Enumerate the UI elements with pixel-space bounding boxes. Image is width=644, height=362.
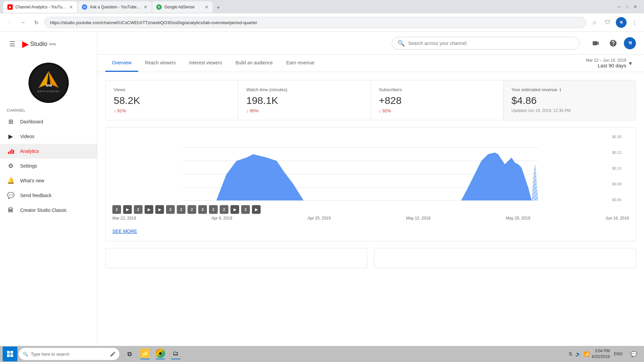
- taskbar-file-explorer[interactable]: 📁: [138, 347, 152, 361]
- taskbar-microphone-icon[interactable]: 🎤: [110, 352, 115, 357]
- video-marker-play-3[interactable]: ▶: [155, 205, 164, 214]
- video-marker-7[interactable]: 2: [209, 205, 218, 214]
- stat-revenue: Your estimated revenue ℹ $4.86 Updated J…: [503, 80, 636, 120]
- video-marker-play-1[interactable]: ▶: [123, 205, 132, 214]
- profile-avatar[interactable]: स: [616, 17, 627, 28]
- taskbar-folder[interactable]: 🗂: [168, 347, 183, 361]
- x-label-may29: May 29, 2019: [506, 216, 530, 221]
- refresh-button[interactable]: ↻: [31, 17, 42, 28]
- watch-time-change: ↓ 95%: [246, 108, 362, 113]
- video-marker-play-5[interactable]: ▶: [252, 205, 261, 214]
- info-icon[interactable]: ℹ: [559, 87, 561, 92]
- svg-text:समर्थ: समर्थ: [45, 83, 52, 87]
- taskbar-search[interactable]: 🔍 Type here to search 🎤: [19, 348, 119, 360]
- taskbar-pinned-apps: ⧉ 📁 ● 🗂: [122, 347, 183, 361]
- browser-tabs: ▶ Channel Analytics - YouTube Stu... ✕ G…: [3, 1, 223, 13]
- menu-button[interactable]: ⋮: [629, 17, 640, 28]
- revenue-updated: Updated Jun 19, 2019, 12:30 PM: [512, 108, 628, 113]
- back-button[interactable]: ←: [4, 17, 15, 28]
- video-marker-9[interactable]: 2: [241, 205, 250, 214]
- chrome-icon: ●: [156, 349, 165, 358]
- browser-tab-1[interactable]: ▶ Channel Analytics - YouTube Stu... ✕: [3, 1, 77, 13]
- notification-button[interactable]: 💬: [627, 347, 641, 361]
- y-label-0.23: $0.23: [612, 150, 629, 155]
- sidebar-item-dashboard[interactable]: ⊞ Dashboard: [0, 114, 97, 129]
- tab3-favicon: $: [156, 4, 162, 10]
- browser-tab-3[interactable]: $ Google AdSense ✕: [152, 1, 213, 13]
- svg-rect-22: [7, 351, 10, 354]
- network-wifi-icon[interactable]: 📶: [584, 351, 589, 357]
- video-marker-4[interactable]: 2: [177, 205, 185, 214]
- hamburger-menu[interactable]: ☰: [7, 37, 18, 51]
- tab-revenue[interactable]: Earn revenue: [280, 55, 321, 72]
- taskbar-task-view[interactable]: ⧉: [122, 347, 137, 361]
- tab3-close[interactable]: ✕: [205, 4, 209, 10]
- chart-inner: $0.30 $0.23 $0.15 $0.08 $0.00: [112, 134, 629, 202]
- sidebar-item-analytics[interactable]: Analytics: [0, 144, 97, 159]
- tab-interest[interactable]: Interest viewers: [182, 55, 229, 72]
- close-window-button[interactable]: ✕: [633, 4, 638, 9]
- tab-reach[interactable]: Reach viewers: [138, 55, 182, 72]
- see-more-button[interactable]: SEE MORE: [112, 229, 137, 234]
- video-marker-2[interactable]: 2: [134, 205, 143, 214]
- sidebar-item-settings[interactable]: ⚙ Settings: [0, 159, 97, 173]
- sidebar-item-videos[interactable]: ▶ Videos: [0, 129, 97, 144]
- stat-subscribers: Subscribers +828 ↓ 92%: [371, 80, 503, 120]
- x-label-apr8: Apr 8, 2019: [211, 216, 232, 221]
- help-button[interactable]: [606, 37, 620, 50]
- search-input[interactable]: [408, 41, 574, 46]
- views-value: 58.2K: [114, 95, 230, 106]
- taskbar-chrome[interactable]: ●: [153, 347, 168, 361]
- create-video-button[interactable]: [589, 37, 602, 50]
- video-marker-1[interactable]: 2: [112, 205, 121, 214]
- right-panel: 🔍 स Overview Reach viewers Interest view: [97, 32, 644, 362]
- new-tab-button[interactable]: +: [213, 3, 223, 13]
- chart-container: $0.30 $0.23 $0.15 $0.08 $0.00 2 ▶ 2 ▶: [105, 127, 636, 241]
- sidebar-item-feedback[interactable]: 💬 Send feedback: [0, 188, 97, 203]
- tab-overview[interactable]: Overview: [105, 55, 138, 72]
- see-more-section: SEE MORE: [112, 225, 629, 234]
- tab-audience[interactable]: Build an audience: [229, 55, 279, 72]
- sidebar-item-creator-studio[interactable]: 🏛 Creator Studio Classic: [0, 203, 97, 218]
- search-bar[interactable]: 🔍: [392, 37, 580, 50]
- video-marker-5[interactable]: 2: [187, 205, 196, 214]
- y-label-0.08: $0.08: [612, 182, 629, 186]
- x-label-apr25: Apr 25, 2019: [308, 216, 331, 221]
- forward-button[interactable]: →: [17, 17, 28, 28]
- svg-marker-21: [532, 164, 538, 200]
- user-avatar[interactable]: स: [624, 37, 636, 49]
- taskbar-system-tray: ⇅ 🔊 📶 3:04 PM 6/20/2019 ENG 💬: [569, 347, 641, 361]
- start-button[interactable]: [3, 347, 17, 361]
- browser-tab-2[interactable]: G Ask a Question - YouTube Help ✕: [78, 1, 152, 13]
- analytics-tabs: Overview Reach viewers Interest viewers …: [97, 55, 644, 72]
- tab1-close[interactable]: ✕: [69, 4, 73, 10]
- minimize-button[interactable]: ─: [616, 4, 622, 9]
- video-marker-play-4[interactable]: ▶: [230, 205, 239, 214]
- channel-avatar[interactable]: समर्थ MATH ACADEMY: [29, 63, 69, 103]
- folder-icon: 🗂: [171, 349, 180, 358]
- youtube-icon: ▶: [22, 39, 29, 49]
- shield-icon[interactable]: 🛡: [602, 17, 613, 28]
- maximize-button[interactable]: □: [625, 4, 630, 9]
- watch-time-value: 198.1K: [246, 95, 362, 106]
- video-marker-play-2[interactable]: ▶: [145, 205, 153, 214]
- sidebar-item-whats-new[interactable]: 🔔 What's new: [0, 173, 97, 188]
- bookmark-button[interactable]: ☆: [589, 17, 600, 28]
- address-bar[interactable]: https://studio.youtube.com/channel/UCsCW…: [44, 17, 586, 28]
- settings-icon: ⚙: [7, 162, 15, 170]
- sidebar: ☰ ▶ Studio beta समर्थ: [0, 32, 97, 362]
- video-marker-6[interactable]: 2: [198, 205, 207, 214]
- y-label-0.00: $0.00: [612, 198, 629, 202]
- main-content: Overview Reach viewers Interest viewers …: [97, 55, 644, 362]
- tab2-close[interactable]: ✕: [144, 4, 148, 10]
- url-display: https://studio.youtube.com/channel/UCsCW…: [50, 20, 581, 25]
- video-marker-8[interactable]: 2: [220, 205, 228, 214]
- taskbar-lang: ENG: [612, 352, 624, 356]
- network-icon: ⇅: [569, 351, 573, 357]
- date-selector[interactable]: Mar 22 – Jun 19, 2019 Last 90 days ▾: [582, 55, 636, 71]
- taskbar-clock[interactable]: 3:04 PM 6/20/2019: [592, 348, 610, 360]
- channel-section-label: Channel: [0, 106, 97, 114]
- volume-icon[interactable]: 🔊: [575, 351, 581, 357]
- video-marker-3[interactable]: 2: [166, 205, 175, 214]
- system-icons: ⇅ 🔊 📶: [569, 351, 589, 357]
